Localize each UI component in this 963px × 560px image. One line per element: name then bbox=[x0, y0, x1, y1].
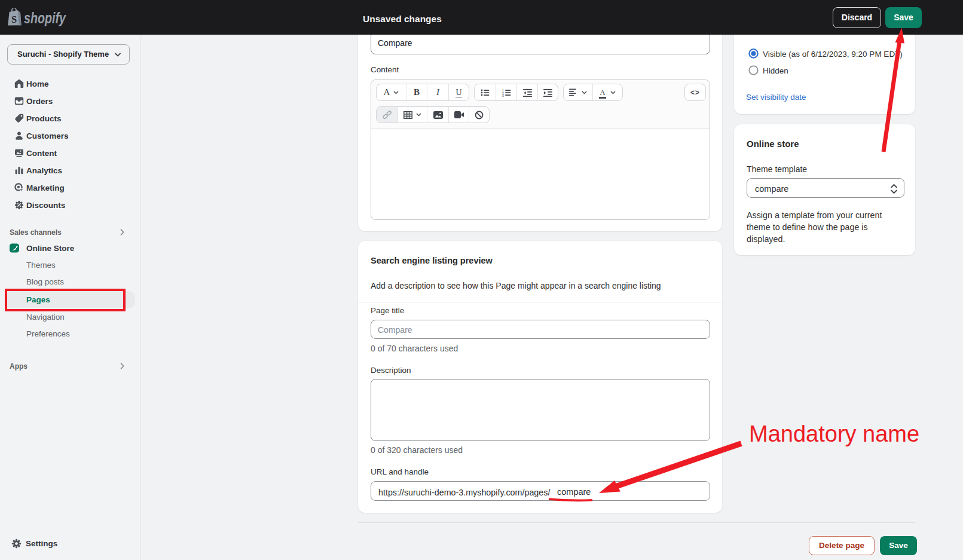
svg-text:Mandatory name: Mandatory name bbox=[749, 421, 919, 446]
